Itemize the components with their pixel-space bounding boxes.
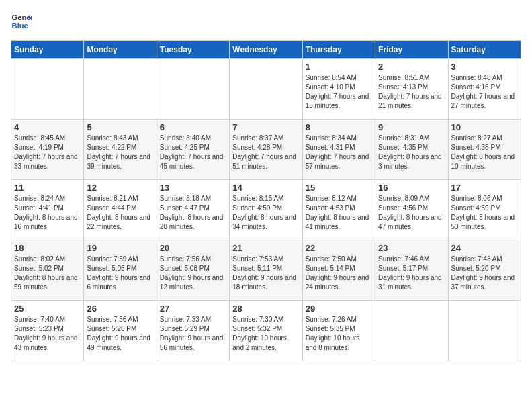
day-info: Sunrise: 7:33 AMSunset: 5:29 PMDaylight:… — [160, 315, 226, 353]
calendar-cell: 27Sunrise: 7:33 AMSunset: 5:29 PMDayligh… — [157, 301, 229, 361]
day-number: 7 — [232, 122, 299, 132]
day-info: Sunrise: 8:02 AMSunset: 5:02 PMDaylight:… — [14, 255, 81, 292]
calendar-cell: 5Sunrise: 8:43 AMSunset: 4:22 PMDaylight… — [84, 120, 157, 180]
calendar-cell: 18Sunrise: 8:02 AMSunset: 5:02 PMDayligh… — [11, 240, 84, 301]
day-info: Sunrise: 7:26 AMSunset: 5:35 PMDaylight:… — [306, 315, 372, 353]
weekday-header: Wednesday — [230, 41, 302, 59]
calendar-cell: 23Sunrise: 7:46 AMSunset: 5:17 PMDayligh… — [375, 240, 448, 301]
day-info: Sunrise: 8:45 AMSunset: 4:19 PMDaylight:… — [14, 134, 81, 171]
day-number: 5 — [87, 122, 153, 132]
day-info: Sunrise: 8:18 AMSunset: 4:47 PMDaylight:… — [160, 194, 226, 232]
day-info: Sunrise: 8:43 AMSunset: 4:22 PMDaylight:… — [87, 134, 153, 171]
day-number: 1 — [306, 62, 372, 72]
calendar-cell: 22Sunrise: 7:50 AMSunset: 5:14 PMDayligh… — [302, 240, 375, 301]
calendar-header-row: SundayMondayTuesdayWednesdayThursdayFrid… — [11, 41, 521, 59]
weekday-header: Sunday — [11, 41, 84, 59]
day-info: Sunrise: 7:53 AMSunset: 5:11 PMDaylight:… — [232, 255, 299, 292]
weekday-header: Thursday — [302, 41, 375, 59]
day-number: 3 — [451, 62, 518, 72]
day-number: 9 — [378, 122, 445, 132]
day-number: 29 — [306, 304, 372, 314]
calendar-cell: 3Sunrise: 8:48 AMSunset: 4:16 PMDaylight… — [448, 59, 521, 120]
day-number: 27 — [160, 304, 226, 314]
calendar-cell: 10Sunrise: 8:27 AMSunset: 4:38 PMDayligh… — [448, 120, 521, 180]
day-info: Sunrise: 8:51 AMSunset: 4:13 PMDaylight:… — [378, 73, 445, 111]
calendar-cell — [11, 59, 84, 120]
day-info: Sunrise: 8:31 AMSunset: 4:35 PMDaylight:… — [378, 134, 445, 171]
day-info: Sunrise: 8:54 AMSunset: 4:10 PMDaylight:… — [306, 73, 372, 111]
day-number: 26 — [87, 304, 153, 314]
calendar-cell: 14Sunrise: 8:15 AMSunset: 4:50 PMDayligh… — [230, 180, 302, 240]
day-info: Sunrise: 7:43 AMSunset: 5:20 PMDaylight:… — [451, 255, 518, 292]
day-info: Sunrise: 7:59 AMSunset: 5:05 PMDaylight:… — [87, 255, 153, 292]
calendar-cell: 19Sunrise: 7:59 AMSunset: 5:05 PMDayligh… — [84, 240, 157, 301]
calendar-cell: 7Sunrise: 8:37 AMSunset: 4:28 PMDaylight… — [230, 120, 302, 180]
day-info: Sunrise: 8:21 AMSunset: 4:44 PMDaylight:… — [87, 194, 153, 232]
weekday-header: Saturday — [448, 41, 521, 59]
calendar-cell: 4Sunrise: 8:45 AMSunset: 4:19 PMDaylight… — [11, 120, 84, 180]
day-info: Sunrise: 7:50 AMSunset: 5:14 PMDaylight:… — [306, 255, 372, 292]
day-info: Sunrise: 8:40 AMSunset: 4:25 PMDaylight:… — [160, 134, 226, 171]
day-number: 22 — [306, 243, 372, 253]
day-info: Sunrise: 8:24 AMSunset: 4:41 PMDaylight:… — [14, 194, 81, 232]
calendar-cell: 29Sunrise: 7:26 AMSunset: 5:35 PMDayligh… — [302, 301, 375, 361]
day-info: Sunrise: 8:37 AMSunset: 4:28 PMDaylight:… — [232, 134, 299, 171]
weekday-header: Tuesday — [157, 41, 229, 59]
day-number: 4 — [14, 122, 81, 132]
day-number: 24 — [451, 243, 518, 253]
day-info: Sunrise: 7:46 AMSunset: 5:17 PMDaylight:… — [378, 255, 445, 292]
day-number: 10 — [451, 122, 518, 132]
day-info: Sunrise: 7:40 AMSunset: 5:23 PMDaylight:… — [14, 315, 81, 353]
day-number: 8 — [306, 122, 372, 132]
calendar-cell: 6Sunrise: 8:40 AMSunset: 4:25 PMDaylight… — [157, 120, 229, 180]
day-number: 13 — [160, 183, 226, 193]
day-number: 12 — [87, 183, 153, 193]
calendar-cell — [84, 59, 157, 120]
calendar-cell: 16Sunrise: 8:09 AMSunset: 4:56 PMDayligh… — [375, 180, 448, 240]
day-info: Sunrise: 8:48 AMSunset: 4:16 PMDaylight:… — [451, 73, 518, 111]
day-number: 21 — [232, 243, 299, 253]
day-info: Sunrise: 8:12 AMSunset: 4:53 PMDaylight:… — [306, 194, 372, 232]
header: General Blue — [11, 11, 521, 32]
day-number: 23 — [378, 243, 445, 253]
calendar-cell — [448, 301, 521, 361]
day-number: 25 — [14, 304, 81, 314]
weekday-header: Monday — [84, 41, 157, 59]
calendar-table: SundayMondayTuesdayWednesdayThursdayFrid… — [11, 40, 521, 361]
day-number: 17 — [451, 183, 518, 193]
calendar-cell: 24Sunrise: 7:43 AMSunset: 5:20 PMDayligh… — [448, 240, 521, 301]
day-number: 11 — [14, 183, 81, 193]
day-number: 16 — [378, 183, 445, 193]
calendar-cell: 13Sunrise: 8:18 AMSunset: 4:47 PMDayligh… — [157, 180, 229, 240]
day-number: 2 — [378, 62, 445, 72]
day-number: 20 — [160, 243, 226, 253]
calendar-cell — [375, 301, 448, 361]
calendar-cell: 1Sunrise: 8:54 AMSunset: 4:10 PMDaylight… — [302, 59, 375, 120]
day-info: Sunrise: 8:27 AMSunset: 4:38 PMDaylight:… — [451, 134, 518, 171]
day-number: 18 — [14, 243, 81, 253]
logo: General Blue — [11, 11, 32, 32]
calendar-cell — [157, 59, 229, 120]
logo-icon: General Blue — [11, 11, 32, 32]
calendar-body: 1Sunrise: 8:54 AMSunset: 4:10 PMDaylight… — [11, 59, 521, 361]
day-number: 28 — [232, 304, 299, 314]
day-info: Sunrise: 8:34 AMSunset: 4:31 PMDaylight:… — [306, 134, 372, 171]
day-info: Sunrise: 7:56 AMSunset: 5:08 PMDaylight:… — [160, 255, 226, 292]
day-info: Sunrise: 7:36 AMSunset: 5:26 PMDaylight:… — [87, 315, 153, 353]
calendar-cell: 12Sunrise: 8:21 AMSunset: 4:44 PMDayligh… — [84, 180, 157, 240]
calendar-cell: 9Sunrise: 8:31 AMSunset: 4:35 PMDaylight… — [375, 120, 448, 180]
day-number: 14 — [232, 183, 299, 193]
calendar-cell: 26Sunrise: 7:36 AMSunset: 5:26 PMDayligh… — [84, 301, 157, 361]
day-info: Sunrise: 8:06 AMSunset: 4:59 PMDaylight:… — [451, 194, 518, 232]
calendar-cell: 11Sunrise: 8:24 AMSunset: 4:41 PMDayligh… — [11, 180, 84, 240]
calendar-cell: 28Sunrise: 7:30 AMSunset: 5:32 PMDayligh… — [230, 301, 302, 361]
calendar-cell — [230, 59, 302, 120]
calendar-cell: 21Sunrise: 7:53 AMSunset: 5:11 PMDayligh… — [230, 240, 302, 301]
calendar-cell: 17Sunrise: 8:06 AMSunset: 4:59 PMDayligh… — [448, 180, 521, 240]
day-number: 15 — [306, 183, 372, 193]
day-info: Sunrise: 7:30 AMSunset: 5:32 PMDaylight:… — [232, 315, 299, 353]
calendar-week-row: 18Sunrise: 8:02 AMSunset: 5:02 PMDayligh… — [11, 240, 521, 301]
day-info: Sunrise: 8:09 AMSunset: 4:56 PMDaylight:… — [378, 194, 445, 232]
calendar-cell: 20Sunrise: 7:56 AMSunset: 5:08 PMDayligh… — [157, 240, 229, 301]
day-number: 6 — [160, 122, 226, 132]
